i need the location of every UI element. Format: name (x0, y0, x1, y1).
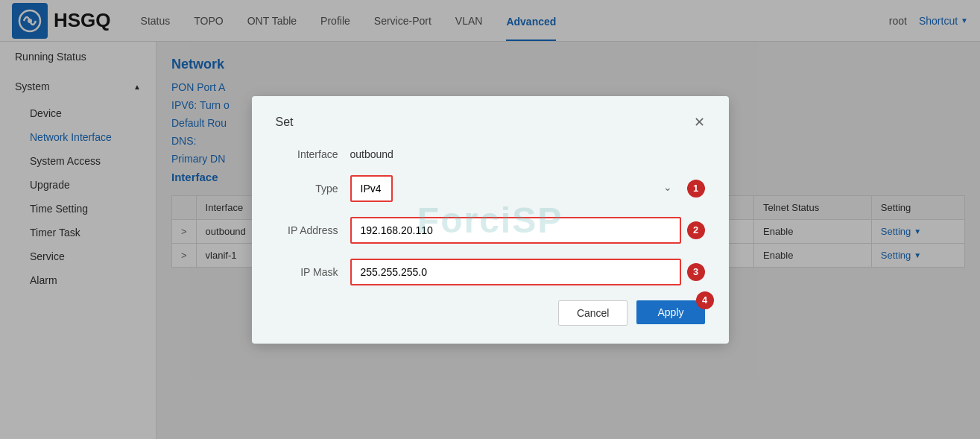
interface-value: outbound (350, 148, 393, 160)
close-icon[interactable]: ✕ (694, 114, 705, 130)
modal-overlay: ForciSP Set ✕ Interface outbound Type IP… (0, 0, 980, 439)
ip-mask-input[interactable] (350, 259, 681, 285)
step-badge-1: 1 (687, 180, 705, 198)
dialog-actions: Cancel Apply 4 (276, 300, 705, 326)
ip-address-input[interactable] (350, 217, 681, 244)
type-select-wrapper: IPv4 IPv6 (350, 175, 681, 202)
dialog-type-row: Type IPv4 IPv6 1 (276, 175, 705, 202)
dialog-mask-row: IP Mask 3 (276, 259, 705, 285)
cancel-button[interactable]: Cancel (558, 300, 628, 326)
step-badge-4: 4 (696, 291, 714, 309)
dialog-header: Set ✕ (276, 114, 705, 130)
dialog-ip-row: IP Address 2 (276, 217, 705, 244)
dialog-title: Set (276, 116, 294, 129)
apply-button[interactable]: Apply (636, 300, 704, 324)
set-dialog: ForciSP Set ✕ Interface outbound Type IP… (252, 96, 729, 344)
ip-address-label: IP Address (276, 224, 350, 236)
dialog-interface-row: Interface outbound (276, 148, 705, 160)
interface-label: Interface (276, 148, 350, 160)
step-badge-2: 2 (687, 221, 705, 239)
type-select[interactable]: IPv4 IPv6 (350, 175, 393, 202)
type-label: Type (276, 183, 350, 195)
ip-mask-label: IP Mask (276, 266, 350, 278)
step-badge-3: 3 (687, 263, 705, 281)
